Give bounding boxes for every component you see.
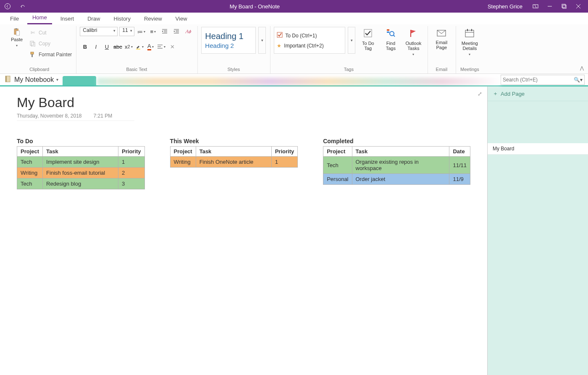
cell[interactable]: 1: [118, 157, 145, 168]
notebook-icon: [4, 75, 12, 84]
table-row[interactable]: TechOrganize existing repos in workspace…: [323, 157, 470, 174]
cell[interactable]: Organize existing repos in workspace: [352, 157, 449, 174]
close-button[interactable]: [572, 0, 585, 12]
table-row[interactable]: TechImplement site design1: [17, 157, 145, 168]
cell[interactable]: 3: [118, 178, 145, 189]
bold-button[interactable]: B: [80, 42, 90, 51]
cell[interactable]: Finish foss-email tutorial: [43, 168, 118, 178]
cut-button[interactable]: ✄ Cut: [29, 29, 72, 37]
add-page-button[interactable]: ＋ Add Page: [488, 87, 588, 101]
svg-rect-13: [32, 54, 33, 57]
board-title: To Do: [17, 138, 145, 144]
expand-icon[interactable]: ⤢: [478, 91, 482, 97]
styles-dropdown[interactable]: ▾: [258, 27, 266, 54]
table-row[interactable]: WritingFinish foss-email tutorial2: [17, 168, 145, 178]
tags-gallery[interactable]: To Do (Ctrl+1) ★ Important (Ctrl+2): [274, 27, 345, 54]
search-tags-icon: [386, 29, 395, 39]
section-tab-active[interactable]: [63, 76, 96, 85]
font-size-select[interactable]: 11: [119, 27, 134, 36]
font-family-select[interactable]: Calibri: [80, 27, 118, 36]
cell[interactable]: Redesign blog: [43, 178, 118, 189]
col-header: Project: [17, 147, 43, 157]
tab-review[interactable]: Review: [139, 14, 167, 24]
copy-button[interactable]: Copy: [29, 39, 72, 48]
cell[interactable]: Writing: [17, 168, 43, 178]
styles-gallery[interactable]: Heading 1 Heading 2: [201, 27, 256, 54]
tag-todo[interactable]: To Do (Ctrl+1): [277, 32, 342, 39]
table-completed[interactable]: ProjectTaskDateTechOrganize existing rep…: [323, 146, 470, 185]
board-title: This Week: [170, 138, 298, 144]
cell[interactable]: Tech: [17, 178, 43, 189]
tab-history[interactable]: History: [109, 14, 136, 24]
superscript-button[interactable]: x2▾: [123, 42, 134, 51]
tag-important[interactable]: ★ Important (Ctrl+2): [277, 43, 342, 49]
clear-formatting-button[interactable]: Aϕ: [183, 27, 193, 36]
cell[interactable]: Order jacket: [352, 174, 449, 185]
maximize-button[interactable]: [558, 0, 570, 12]
cell[interactable]: 1: [271, 157, 298, 168]
meeting-details-button[interactable]: Meeting Details ▾: [459, 27, 480, 56]
search-box[interactable]: 🔍▾: [501, 75, 585, 85]
paste-button[interactable]: Paste ▾: [7, 27, 27, 47]
outdent-button[interactable]: [160, 27, 170, 36]
highlight-button[interactable]: ▾: [134, 42, 144, 51]
format-painter-button[interactable]: Format Painter: [29, 50, 72, 59]
notebook-selector[interactable]: My Notebook ▾: [0, 75, 63, 84]
indent-button[interactable]: [171, 27, 181, 36]
search-icon[interactable]: 🔍▾: [574, 77, 583, 83]
underline-button[interactable]: U: [102, 42, 112, 51]
bullet-list-button[interactable]: ≔▾: [136, 27, 146, 36]
table-todo[interactable]: ProjectTaskPriorityTechImplement site de…: [17, 146, 145, 189]
board-thisweek[interactable]: This Week ProjectTaskPriorityWritingFini…: [170, 138, 298, 189]
svg-rect-8: [16, 28, 17, 29]
table-row[interactable]: TechRedesign blog3: [17, 178, 145, 189]
table-thisweek[interactable]: ProjectTaskPriorityWritingFinish OneNote…: [170, 146, 298, 168]
minimize-button[interactable]: [543, 0, 556, 12]
table-row[interactable]: PersonalOrder jacket11/9: [323, 174, 470, 185]
todo-tag-button[interactable]: To Do Tag: [358, 27, 378, 51]
flag-icon: [409, 29, 418, 39]
board-completed[interactable]: Completed ProjectTaskDateTechOrganize ex…: [323, 138, 470, 189]
font-color-button[interactable]: A▾: [145, 42, 155, 51]
italic-button[interactable]: I: [91, 42, 101, 51]
cell[interactable]: Writing: [170, 157, 196, 168]
section-tabs[interactable]: [63, 74, 501, 85]
user-name[interactable]: Stephen Grice: [483, 3, 528, 10]
table-row[interactable]: WritingFinish OneNote article1: [170, 157, 298, 168]
page-list-item[interactable]: My Board: [488, 143, 588, 155]
cell[interactable]: Implement site design: [43, 157, 118, 168]
find-tags-button[interactable]: Find Tags: [381, 27, 401, 51]
ribbon-display-button[interactable]: [529, 0, 542, 12]
page-title[interactable]: My Board: [17, 95, 470, 110]
cell[interactable]: Personal: [323, 174, 352, 185]
collapse-ribbon-button[interactable]: ⋀: [580, 66, 584, 71]
tab-home[interactable]: Home: [27, 13, 52, 24]
cell[interactable]: 11/11: [449, 157, 470, 174]
page-canvas[interactable]: ⤢ My Board Thursday, November 8, 2018 7:…: [0, 87, 487, 375]
cell[interactable]: 11/9: [449, 174, 470, 185]
tab-insert[interactable]: Insert: [55, 14, 79, 24]
back-button[interactable]: [3, 2, 12, 10]
cell[interactable]: Tech: [323, 157, 352, 174]
cell[interactable]: 2: [118, 168, 145, 178]
delete-button[interactable]: ✕: [167, 42, 177, 51]
tab-file[interactable]: File: [5, 14, 24, 24]
outlook-tasks-button[interactable]: Outlook Tasks ▾: [403, 27, 423, 56]
board-todo[interactable]: To Do ProjectTaskPriorityTechImplement s…: [17, 138, 145, 189]
align-button[interactable]: ▾: [156, 42, 166, 51]
svg-point-30: [390, 31, 394, 36]
plus-icon: ＋: [493, 90, 498, 97]
tab-draw[interactable]: Draw: [82, 14, 105, 24]
cell[interactable]: Tech: [17, 157, 43, 168]
tab-view[interactable]: View: [171, 14, 192, 24]
undo-button[interactable]: [18, 2, 27, 10]
svg-rect-33: [465, 30, 474, 37]
cell[interactable]: Finish OneNote article: [196, 157, 271, 168]
titlebar: My Board - OneNote Stephen Grice: [0, 0, 588, 13]
search-input[interactable]: [503, 77, 574, 83]
tags-dropdown[interactable]: ▾: [348, 27, 355, 54]
email-page-button[interactable]: Email Page: [431, 27, 452, 50]
strikethrough-button[interactable]: abc: [113, 42, 123, 51]
ribbon-group-email: Email Page Email: [428, 26, 456, 73]
numbered-list-button[interactable]: ≡▾: [148, 27, 158, 36]
